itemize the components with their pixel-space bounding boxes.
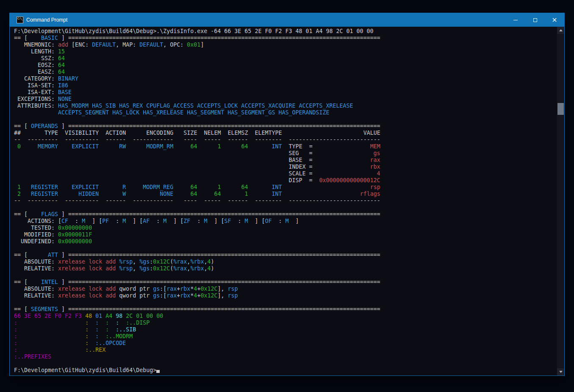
console: F:\Development\GitHub\zydis\Build64\Debu… (10, 27, 564, 375)
maximize-icon (533, 18, 537, 22)
terminal-line: MNEMONIC: add [ENC: DEFAULT, MAP: DEFAUL… (14, 42, 556, 48)
maximize-button[interactable] (525, 13, 545, 27)
terminal-line: == [ FLAGS ] ===========================… (14, 211, 556, 218)
terminal-line: BASE = rax (14, 157, 556, 164)
close-button[interactable]: × (545, 13, 564, 27)
terminal-line: EOSZ: 64 (14, 62, 556, 69)
terminal-line: ABSOLUTE: xrelease lock add %rsp, %gs:0x… (14, 259, 556, 265)
terminal-line: == [ ATT ] =============================… (14, 252, 556, 259)
terminal-line: == [ OPERANDS ] ========================… (14, 123, 556, 130)
terminal-line: ACCEPTS_SEGMENT HAS_LOCK HAS_XRELEASE HA… (14, 109, 556, 116)
terminal-line: LENGTH: 15 (14, 48, 556, 55)
terminal-line: : : : : :..SIB (14, 326, 556, 333)
terminal-line (14, 116, 556, 123)
down-arrow-icon (559, 371, 563, 373)
terminal-line: F:\Development\GitHub\zydis\Build64\Debu… (14, 367, 556, 374)
terminal-line: SEG = gs (14, 150, 556, 157)
terminal-line: ISA-SET: I86 (14, 82, 556, 89)
cmd-icon-glyph: C:\_ (17, 17, 23, 20)
terminal-line: DISP = 0x000000000000012C (14, 177, 556, 184)
up-arrow-icon (559, 29, 563, 31)
terminal-line: UNDEFINED: 0x00000000 (14, 238, 556, 245)
window-title: Command Prompt (26, 17, 67, 23)
terminal-line: == [ SEGMENTS ] ========================… (14, 306, 556, 313)
terminal-line: : : : :..MODRM (14, 333, 556, 340)
minimize-button[interactable] (506, 13, 525, 27)
scroll-up-button[interactable] (557, 27, 564, 34)
terminal-line: ABSOLUTE: xrelease lock add qword ptr gs… (14, 286, 556, 292)
window-controls: × (506, 13, 564, 27)
minimize-icon (513, 20, 518, 20)
scrollbar[interactable] (557, 27, 564, 375)
terminal-line: -- --------- ---------- ------ ---------… (14, 136, 556, 143)
terminal-line: == [ INTEL ] ===========================… (14, 279, 556, 286)
terminal-line: RELATIVE: xrelease lock add %rsp, %gs:0x… (14, 265, 556, 272)
terminal-line: :..PREFIXES (14, 353, 556, 360)
terminal-line: TESTED: 0x00000000 (14, 225, 556, 231)
terminal-line: 0 MEMORY EXPLICIT RW MODRM_RM 64 1 64 IN… (14, 143, 556, 150)
terminal-line: 66 3E 65 2E F0 F2 F3 48 01 A4 98 2C 01 0… (14, 313, 556, 320)
title-bar[interactable]: C:\_ Command Prompt × (10, 13, 564, 27)
terminal-line: ACTIONS: [CF : M ] [PF : M ] [AF : M ] [… (14, 218, 556, 225)
terminal-line: 1 REGISTER EXPLICIT R MODRM_REG 64 1 64 … (14, 184, 556, 191)
scrollbar-thumb[interactable] (557, 103, 564, 115)
terminal-line (14, 204, 556, 211)
terminal-line: : : :..OPCODE (14, 340, 556, 347)
terminal-line: CATEGORY: BINARY (14, 75, 556, 82)
terminal-line: ATTRIBUTES: HAS_MODRM HAS_SIB HAS_REX CP… (14, 103, 556, 109)
terminal-line (14, 245, 556, 252)
terminal-line: EXCEPTIONS: NONE (14, 96, 556, 103)
terminal-line: SCALE = 4 (14, 170, 556, 177)
terminal-line: SSZ: 64 (14, 55, 556, 62)
terminal-line: : : : : : :..DISP (14, 320, 556, 326)
terminal-line (14, 299, 556, 306)
terminal-line: -- --------- ---------- ------ ---------… (14, 197, 556, 204)
terminal-line: ## TYPE VISIBILITY ACTION ENCODING SIZE … (14, 130, 556, 136)
terminal-line: F:\Development\GitHub\zydis\Build64\Debu… (14, 28, 556, 35)
command-prompt-window: C:\_ Command Prompt × F:\Development\Git… (9, 13, 565, 376)
terminal-cursor (156, 370, 160, 373)
terminal-line (14, 360, 556, 367)
close-icon: × (552, 17, 557, 23)
terminal-line (14, 272, 556, 279)
cmd-icon[interactable]: C:\_ (17, 17, 23, 23)
terminal-line: MODIFIED: 0x0000011F (14, 231, 556, 238)
terminal[interactable]: F:\Development\GitHub\zydis\Build64\Debu… (14, 28, 556, 375)
terminal-line: 2 REGISTER HIDDEN W NONE 64 64 1 INT rfl… (14, 191, 556, 197)
terminal-line: ISA-EXT: BASE (14, 89, 556, 96)
scroll-down-button[interactable] (557, 368, 564, 375)
terminal-line: == [ BASIC ] ===========================… (14, 35, 556, 42)
terminal-line: INDEX = rbx (14, 164, 556, 170)
terminal-line: : :..REX (14, 347, 556, 353)
terminal-line: RELATIVE: xrelease lock add qword ptr gs… (14, 292, 556, 299)
terminal-line: EASZ: 64 (14, 69, 556, 75)
